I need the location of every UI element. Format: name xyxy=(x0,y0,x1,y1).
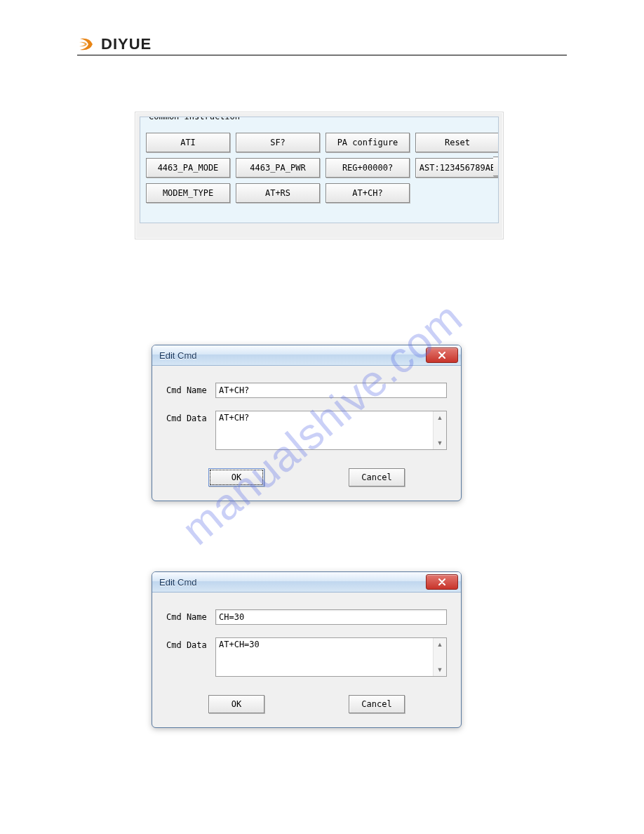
cmd-button-reset[interactable]: Reset xyxy=(415,133,499,152)
cmd-data-textarea[interactable]: AT+CH=30 ▲ ▼ xyxy=(215,637,447,677)
cmd-data-label: Cmd Data xyxy=(166,411,215,423)
textarea-scrollbar[interactable]: ▲ ▼ xyxy=(433,411,446,449)
scroll-down-icon[interactable]: ▼ xyxy=(434,437,446,449)
cmd-button-at-rs[interactable]: AT+RS xyxy=(236,183,320,203)
close-icon xyxy=(438,578,446,585)
scroll-down-icon[interactable]: ▼ xyxy=(434,663,446,676)
cmd-data-textarea[interactable]: AT+CH? ▲ ▼ xyxy=(215,411,447,450)
scroll-up-icon[interactable]: ▲ xyxy=(434,411,446,424)
close-icon xyxy=(438,352,446,359)
edit-cmd-dialog: Edit Cmd Cmd Name Cmd Data AT+CH? ▲ xyxy=(152,345,462,501)
cancel-button[interactable]: Cancel xyxy=(349,695,405,713)
ok-button[interactable]: OK xyxy=(208,468,264,486)
close-button[interactable] xyxy=(426,574,458,590)
cmd-name-label: Cmd Name xyxy=(166,383,215,395)
cancel-button[interactable]: Cancel xyxy=(349,468,405,486)
brand-logo: DIYUE xyxy=(77,35,567,53)
cmd-name-label: Cmd Name xyxy=(166,609,215,622)
page-header: DIYUE xyxy=(77,35,567,55)
brand-logo-icon xyxy=(77,36,97,53)
brand-name: DIYUE xyxy=(101,35,152,53)
cmd-button-reg-00000[interactable]: REG+00000? xyxy=(326,158,410,178)
dialog-title: Edit Cmd xyxy=(159,350,196,361)
cmd-data-value: AT+CH=30 xyxy=(216,638,433,676)
clipped-button-edge xyxy=(493,157,499,176)
cmd-button-ati[interactable]: ATI xyxy=(146,133,230,152)
clipped-button-edge xyxy=(493,133,499,152)
common-instruction-panel: Common instruction ATI SF? PA configure … xyxy=(135,112,504,239)
cmd-button-4463-pa-pwr[interactable]: 4463_PA_PWR xyxy=(236,158,320,178)
cmd-name-input[interactable] xyxy=(215,609,447,625)
cmd-button-ast[interactable]: AST:123456789AB xyxy=(415,158,499,178)
cmd-button-at-ch[interactable]: AT+CH? xyxy=(326,183,410,203)
cmd-data-value: AT+CH? xyxy=(216,411,433,449)
cmd-button-sf[interactable]: SF? xyxy=(236,133,320,152)
cmd-button-4463-pa-mode[interactable]: 4463_PA_MODE xyxy=(146,158,230,178)
close-button[interactable] xyxy=(426,348,458,363)
ok-button[interactable]: OK xyxy=(208,695,264,713)
scroll-up-icon[interactable]: ▲ xyxy=(434,638,446,651)
dialog-titlebar[interactable]: Edit Cmd xyxy=(152,572,461,593)
cmd-name-input[interactable] xyxy=(215,383,447,398)
cmd-button-pa-configure[interactable]: PA configure xyxy=(326,133,410,152)
dialog-title: Edit Cmd xyxy=(159,577,196,588)
dialog-titlebar[interactable]: Edit Cmd xyxy=(152,345,461,366)
edit-cmd-dialog: Edit Cmd Cmd Name Cmd Data AT+CH=30 xyxy=(152,571,462,728)
cmd-button-modem-type[interactable]: MODEM_TYPE xyxy=(146,183,230,203)
groupbox-legend: Common instruction xyxy=(146,117,243,121)
cmd-data-label: Cmd Data xyxy=(166,637,215,650)
textarea-scrollbar[interactable]: ▲ ▼ xyxy=(433,638,446,676)
common-instruction-groupbox: Common instruction ATI SF? PA configure … xyxy=(140,117,499,223)
